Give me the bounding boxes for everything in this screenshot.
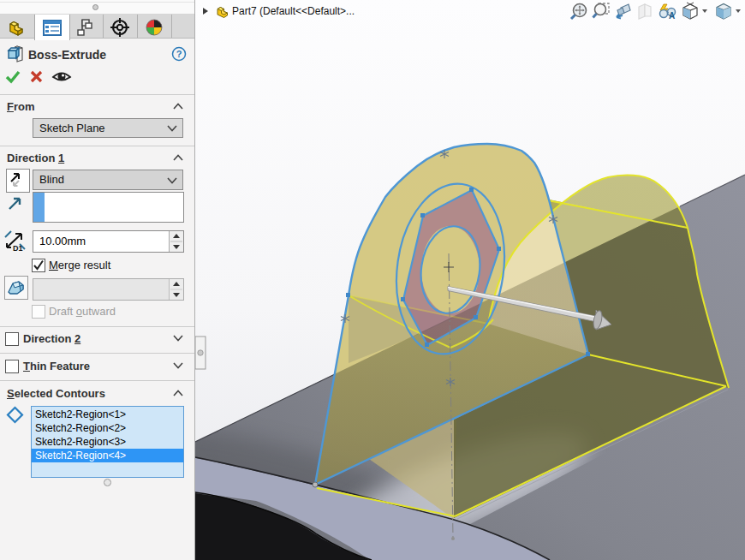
svg-text:Part7 (Default<<Default>...: Part7 (Default<<Default>... [232,5,355,17]
svg-text:D1: D1 [13,244,23,253]
svg-text:?: ? [176,49,182,59]
svg-text:A: A [669,11,675,21]
